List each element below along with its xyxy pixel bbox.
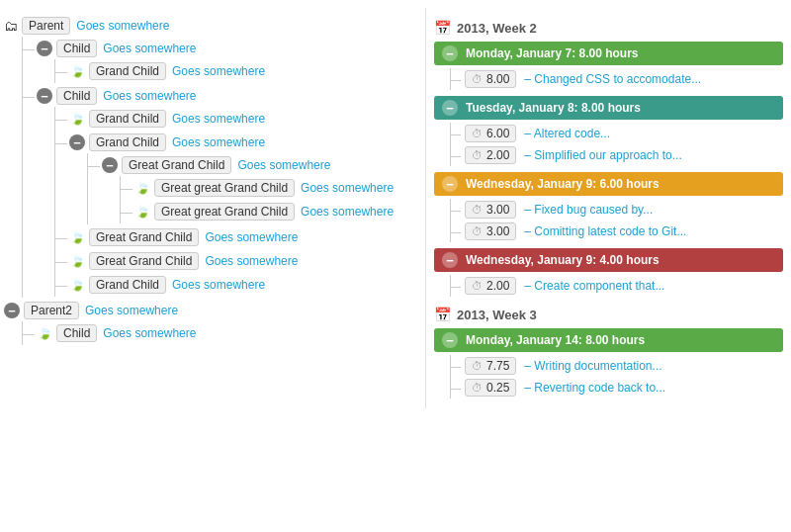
entry-link[interactable]: – Reverting code back to... [524,381,665,395]
day-header: −Tuesday, January 8: 8.00 hours [434,96,783,120]
time-value: 8.00 [486,72,509,86]
time-value: 3.00 [486,224,509,238]
node-label: Great Grand Child [89,228,199,246]
clock-icon: ⏱ [472,128,483,139]
time-entry-wrapper: ⏱3.00– Comitting latest code to Git... [451,221,783,242]
collapse-btn[interactable]: − [442,176,458,192]
child-wrapper: 🍃Great great Grand ChildGoes somewhere [121,176,421,200]
time-entry: ⏱2.00– Create component that... [451,275,783,297]
node-link[interactable]: Goes somewhere [301,205,394,219]
folder-icon: 🗂 [4,18,18,34]
time-value: 7.75 [486,359,509,373]
connector-line [121,213,132,214]
node-link[interactable]: Goes somewhere [85,304,178,317]
connector-line [55,238,67,239]
node-label: Great great Grand Child [154,179,295,197]
leaf-icon: 🍃 [134,204,150,220]
node-label: Great Grand Child [89,252,199,270]
time-entry: ⏱3.00– Comitting latest code to Git... [451,221,783,242]
child-wrapper: 🍃ChildGoes somewhere [23,321,421,345]
time-badge: ⏱2.00 [465,277,516,295]
day-label: Monday, January 14: 8.00 hours [466,333,645,347]
entry-link[interactable]: – Writing documentation... [524,359,661,373]
day-label: Monday, January 7: 8.00 hours [466,46,639,60]
node-link[interactable]: Goes somewhere [103,42,196,55]
leaf-icon: 🍃 [134,180,150,196]
child-wrapper: −ChildGoes somewhere🍃Grand ChildGoes som… [23,84,421,298]
node-link[interactable]: Goes somewhere [237,158,330,172]
time-entry-wrapper: ⏱3.00– Fixed bug caused by... [451,199,783,221]
node-link[interactable]: Goes somewhere [301,181,394,195]
clock-icon: ⏱ [472,149,483,161]
minus-icon: − [69,134,85,150]
node-link[interactable]: Goes somewhere [103,326,196,340]
time-entries: ⏱7.75– Writing documentation...⏱0.25– Re… [450,355,783,399]
tree-node-child1: −ChildGoes somewhere [37,38,421,59]
tree-node-ggc2: 🍃Great Grand ChildGoes somewhere [69,226,421,248]
entry-connector [451,232,461,233]
day-label: Wednesday, January 9: 6.00 hours [466,177,659,191]
time-entry-wrapper: ⏱0.25– Reverting code back to... [451,377,783,399]
day-block: −Tuesday, January 8: 8.00 hours⏱6.00– Al… [434,96,783,166]
entry-link[interactable]: – Create component that... [524,279,664,293]
calendar-icon: 📅 [434,20,451,36]
child-wrapper: −Great Grand ChildGoes somewhere🍃Great g… [88,153,421,224]
time-entry-wrapper: ⏱2.00– Simplified our approach to... [451,144,783,166]
entry-link[interactable]: – Altered code... [524,127,610,140]
entry-link[interactable]: – Comitting latest code to Git... [524,224,686,238]
time-value: 2.00 [486,279,509,293]
time-badge: ⏱3.00 [465,222,516,240]
time-value: 6.00 [486,127,509,140]
day-header: −Wednesday, January 9: 6.00 hours [434,172,783,196]
connector-line [121,189,132,190]
time-badge: ⏱6.00 [465,125,516,142]
node-link[interactable]: Goes somewhere [103,89,196,103]
node-link[interactable]: Goes somewhere [172,278,265,292]
time-entry-wrapper: ⏱7.75– Writing documentation... [451,355,783,377]
time-value: 0.25 [486,381,509,395]
entry-connector [451,156,461,157]
day-header: −Monday, January 14: 8.00 hours [434,328,783,352]
entry-connector [451,134,461,135]
node-link[interactable]: Goes somewhere [172,64,265,78]
node-label: Child [56,87,97,105]
connector-line [55,120,67,121]
entry-connector [451,211,461,212]
entry-link[interactable]: – Changed CSS to accomodate... [524,72,701,86]
collapse-btn[interactable]: − [442,252,458,268]
node-link[interactable]: Goes somewhere [172,112,265,126]
node-label: Grand Child [89,62,166,80]
entry-connector [451,389,461,390]
tree-panel: 🗂ParentGoes somewhere−ChildGoes somewher… [0,8,425,408]
day-header: −Wednesday, January 9: 4.00 hours [434,248,783,272]
time-badge: ⏱3.00 [465,201,516,219]
node-link[interactable]: Goes somewhere [76,19,169,33]
entry-link[interactable]: – Simplified our approach to... [524,148,681,162]
collapse-btn[interactable]: − [442,45,458,61]
clock-icon: ⏱ [472,73,483,85]
connector-line [88,166,100,167]
tree-node-ggc1: −Great Grand ChildGoes somewhere [102,154,421,176]
entry-link[interactable]: – Fixed bug caused by... [524,203,653,217]
collapse-btn[interactable]: − [442,332,458,348]
week-label: 2013, Week 2 [457,21,537,36]
tree-node-gc3: −Grand ChildGoes somewhere [69,132,421,153]
tree-node-parent1: 🗂ParentGoes somewhere [4,15,421,37]
time-entry: ⏱6.00– Altered code... [451,123,783,144]
clock-icon: ⏱ [472,360,483,372]
node-link[interactable]: Goes somewhere [205,254,298,268]
clock-icon: ⏱ [472,225,483,237]
collapse-btn[interactable]: − [442,100,458,116]
right-panel: 📅2013, Week 2−Monday, January 7: 8.00 ho… [425,8,791,408]
clock-icon: ⏱ [472,382,483,394]
node-link[interactable]: Goes somewhere [172,135,265,149]
leaf-icon: 🍃 [69,277,85,293]
connector-line [55,262,67,263]
node-link[interactable]: Goes somewhere [205,230,298,244]
child-wrapper: 🍃Great Grand ChildGoes somewhere [55,249,421,273]
node-label: Parent2 [24,302,79,319]
child-wrapper: 🍃Great Grand ChildGoes somewhere [55,225,421,249]
day-block: −Monday, January 14: 8.00 hours⏱7.75– Wr… [434,328,783,399]
leaf-icon: 🍃 [69,253,85,269]
node-label: Grand Child [89,276,166,294]
